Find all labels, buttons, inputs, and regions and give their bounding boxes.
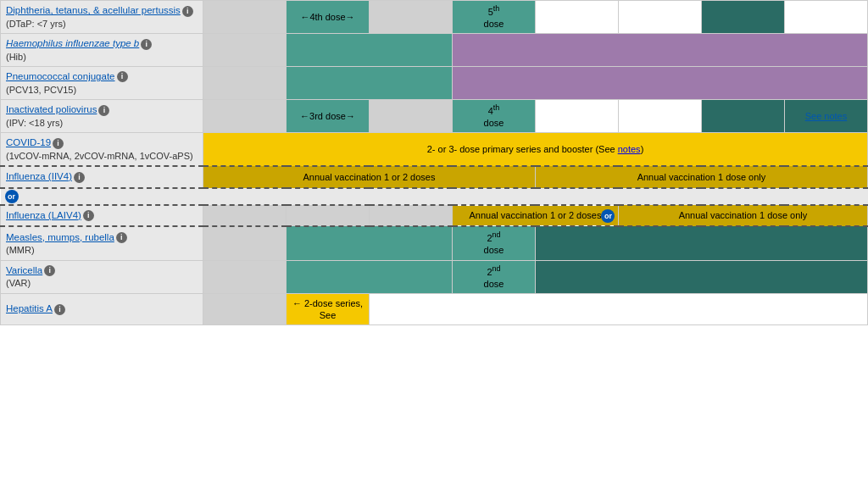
info-icon-var[interactable]: i [44, 265, 55, 276]
influenza-or-row: or [1, 188, 868, 205]
data-cell-dtap-1: ←4th dose→ [287, 1, 370, 34]
info-icon-covid[interactable]: i [53, 138, 64, 149]
info-icon-ipv[interactable]: i [98, 105, 109, 116]
vaccine-link-dtap[interactable]: Diphtheria, tetanus, & acellular pertuss… [6, 5, 181, 15]
vaccine-link-var[interactable]: Varicella [6, 265, 42, 275]
data-cell-laiv4-2 [369, 205, 452, 227]
data-cell-laiv4-0 [203, 205, 287, 227]
or-badge: or [5, 190, 19, 203]
data-cell-ipv-1: ←3rd dose→ [287, 100, 370, 133]
vaccine-name-cell-hepa: Hepatitis Ai [1, 293, 203, 325]
data-cell-dtap-3: 5thdose [452, 1, 535, 34]
vaccine-link-iiv4[interactable]: Influenza (IIV4) [6, 171, 72, 181]
data-cell-var-1 [287, 260, 453, 293]
vaccine-name-cell-covid: COVID-19i(1vCOV-mRNA, 2vCOV-mRNA, 1vCOV-… [1, 133, 203, 166]
data-cell-ipv-7: See notes [784, 100, 867, 133]
vaccine-sub-covid: (1vCOV-mRNA, 2vCOV-mRNA, 1vCOV-aPS) [6, 150, 198, 162]
info-icon-iiv4[interactable]: i [74, 172, 85, 183]
data-cell-laiv4-1 [287, 205, 370, 227]
vaccine-name-cell-mmr: Measles, mumps, rubellai(MMR) [1, 226, 203, 260]
info-icon-hepa[interactable]: i [54, 304, 65, 315]
info-icon-pcv[interactable]: i [117, 71, 128, 82]
vaccine-link-covid[interactable]: COVID-19 [6, 137, 51, 147]
vaccine-name-cell-pcv: Pneumococcal conjugatei(PCV13, PCV15) [1, 67, 203, 100]
vaccine-link-hib[interactable]: Haemophilus influenzae type b [6, 38, 139, 48]
data-cell-var-2: 2nddose [452, 260, 535, 293]
info-icon-laiv4[interactable]: i [83, 210, 94, 221]
data-cell-laiv4-3: Annual vaccination 1 or 2 dosesor [452, 205, 618, 227]
data-cell-dtap-7 [784, 1, 867, 34]
data-cell-hepa-1: ← 2-dose series, See [287, 293, 370, 325]
data-cell-mmr-2: 2nddose [452, 226, 535, 260]
data-cell-ipv-2 [369, 100, 452, 133]
data-cell-pcv-1 [287, 67, 453, 100]
data-cell-var-0 [203, 260, 287, 293]
data-cell-mmr-3 [535, 226, 867, 260]
vaccine-name-cell-laiv4: Influenza (LAIV4)i [1, 205, 203, 227]
vaccine-name-cell-ipv: Inactivated poliovirusi(IPV: <18 yrs) [1, 100, 203, 133]
notes-link-ipv[interactable]: See notes [805, 111, 848, 121]
info-icon-hib[interactable]: i [141, 39, 152, 50]
data-cell-iiv4-1: Annual vaccination 1 dose only [535, 166, 867, 188]
data-cell-iiv4-0: Annual vaccination 1 or 2 doses [203, 166, 536, 188]
info-icon-dtap[interactable]: i [182, 6, 193, 17]
vaccine-sub-var: (VAR) [6, 277, 198, 289]
data-cell-dtap-4 [535, 1, 618, 34]
data-cell-ipv-3: 4thdose [452, 100, 535, 133]
data-cell-hib-1 [287, 34, 453, 67]
data-cell-dtap-2 [369, 1, 452, 34]
vaccine-sub-mmr: (MMR) [6, 244, 198, 256]
data-cell-mmr-0 [203, 226, 287, 260]
data-cell-var-3 [535, 260, 867, 293]
vaccine-name-cell-dtap: Diphtheria, tetanus, & acellular pertuss… [1, 1, 203, 34]
or-badge-laiv4: or [601, 209, 615, 223]
data-cell-pcv-2 [452, 67, 867, 100]
data-cell-covid-0: 2- or 3- dose primary series and booster… [203, 133, 868, 166]
vaccine-name-cell-var: Varicellai(VAR) [1, 260, 203, 293]
vaccine-name-cell-iiv4: Influenza (IIV4)i [1, 166, 203, 188]
vaccine-link-hepa[interactable]: Hepatitis A [6, 303, 53, 313]
vaccine-link-mmr[interactable]: Measles, mumps, rubella [6, 232, 114, 242]
data-cell-hepa-0 [203, 293, 287, 325]
data-cell-ipv-6 [701, 100, 784, 133]
vaccine-link-laiv4[interactable]: Influenza (LAIV4) [6, 210, 81, 220]
vaccine-sub-ipv: (IPV: <18 yrs) [6, 117, 198, 129]
vaccine-sub-hib: (Hib) [6, 51, 198, 63]
vaccination-schedule-table: Diphtheria, tetanus, & acellular pertuss… [0, 0, 868, 325]
data-cell-ipv-4 [535, 100, 618, 133]
info-icon-mmr[interactable]: i [116, 232, 127, 243]
notes-link-covid[interactable]: notes [618, 144, 641, 154]
data-cell-dtap-0 [203, 1, 287, 34]
data-cell-dtap-5 [618, 1, 701, 34]
vaccine-sub-pcv: (PCV13, PCV15) [6, 84, 198, 96]
data-cell-hib-2 [452, 34, 867, 67]
vaccine-sub-dtap: (DTaP: <7 yrs) [6, 18, 198, 30]
data-cell-laiv4-4: Annual vaccination 1 dose only [618, 205, 867, 227]
vaccine-link-pcv[interactable]: Pneumococcal conjugate [6, 71, 115, 81]
data-cell-hib-0 [203, 34, 287, 67]
data-cell-dtap-6 [701, 1, 784, 34]
vaccine-name-cell-hib: Haemophilus influenzae type bi(Hib) [1, 34, 203, 67]
data-cell-pcv-0 [203, 67, 287, 100]
data-cell-hepa-2 [369, 293, 867, 325]
vaccine-link-ipv[interactable]: Inactivated poliovirus [6, 104, 97, 114]
data-cell-ipv-0 [203, 100, 287, 133]
data-cell-mmr-1 [287, 226, 453, 260]
data-cell-ipv-5 [618, 100, 701, 133]
